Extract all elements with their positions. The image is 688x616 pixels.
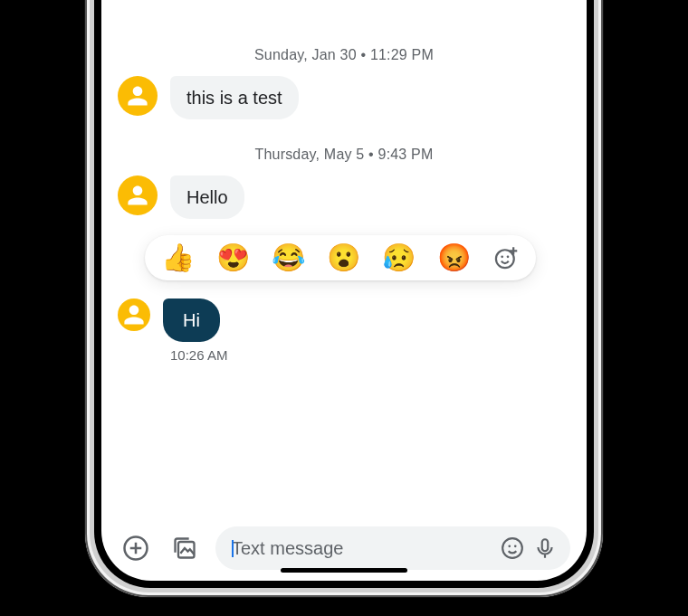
reaction-surprise[interactable]: 😮 bbox=[327, 244, 360, 271]
message-bubble[interactable]: Hello bbox=[170, 175, 244, 219]
svg-point-2 bbox=[507, 255, 510, 258]
avatar[interactable] bbox=[118, 299, 150, 331]
message-time: 10:26 AM bbox=[170, 347, 570, 363]
emoji-icon bbox=[501, 536, 524, 560]
person-icon bbox=[126, 184, 149, 207]
home-indicator[interactable] bbox=[281, 568, 407, 573]
text-cursor bbox=[232, 540, 234, 557]
message-row[interactable]: Hi bbox=[118, 299, 570, 342]
reaction-sad[interactable]: 😥 bbox=[382, 244, 416, 271]
emoji-button[interactable] bbox=[496, 532, 529, 564]
reaction-thumbs-up[interactable]: 👍 bbox=[161, 244, 195, 271]
avatar[interactable] bbox=[118, 76, 158, 116]
composer: Text message bbox=[101, 526, 587, 581]
message-bubble[interactable]: this is a test bbox=[170, 76, 299, 119]
reaction-heart-eyes[interactable]: 😍 bbox=[216, 244, 250, 271]
screen: Sunday, Jan 30 • 11:29 PM this is a test… bbox=[101, 0, 587, 581]
reaction-angry[interactable]: 😡 bbox=[437, 244, 471, 271]
mic-icon bbox=[533, 536, 557, 560]
svg-point-6 bbox=[508, 545, 511, 548]
svg-point-0 bbox=[496, 250, 514, 268]
gallery-button[interactable] bbox=[167, 530, 203, 566]
message-bubble-selected[interactable]: Hi bbox=[163, 299, 220, 342]
message-input[interactable]: Text message bbox=[215, 526, 570, 570]
person-icon bbox=[126, 84, 149, 108]
voice-button[interactable] bbox=[529, 532, 561, 564]
svg-point-5 bbox=[502, 538, 522, 558]
conversation-scroll[interactable]: Sunday, Jan 30 • 11:29 PM this is a test… bbox=[101, 16, 587, 526]
reaction-bar: 👍 😍 😂 😮 😥 😡 bbox=[145, 235, 536, 280]
reaction-more[interactable] bbox=[492, 244, 520, 271]
plus-circle-icon bbox=[122, 535, 149, 562]
message-input-text: Text message bbox=[232, 538, 496, 559]
message-row[interactable]: Hello bbox=[118, 175, 570, 219]
emoji-plus-icon bbox=[493, 245, 519, 270]
phone-frame: Sunday, Jan 30 • 11:29 PM this is a test… bbox=[85, 0, 603, 597]
person-icon bbox=[122, 303, 146, 327]
attach-button[interactable] bbox=[118, 530, 154, 566]
reaction-joy[interactable]: 😂 bbox=[272, 244, 305, 271]
avatar[interactable] bbox=[118, 175, 158, 215]
timestamp: Sunday, Jan 30 • 11:29 PM bbox=[118, 47, 570, 63]
message-input-placeholder: Text message bbox=[232, 538, 343, 558]
svg-point-7 bbox=[514, 545, 517, 548]
gallery-icon bbox=[172, 535, 197, 561]
message-row[interactable]: this is a test bbox=[118, 76, 570, 119]
svg-rect-8 bbox=[542, 539, 549, 551]
svg-point-1 bbox=[501, 255, 503, 258]
timestamp: Thursday, May 5 • 9:43 PM bbox=[118, 147, 570, 163]
